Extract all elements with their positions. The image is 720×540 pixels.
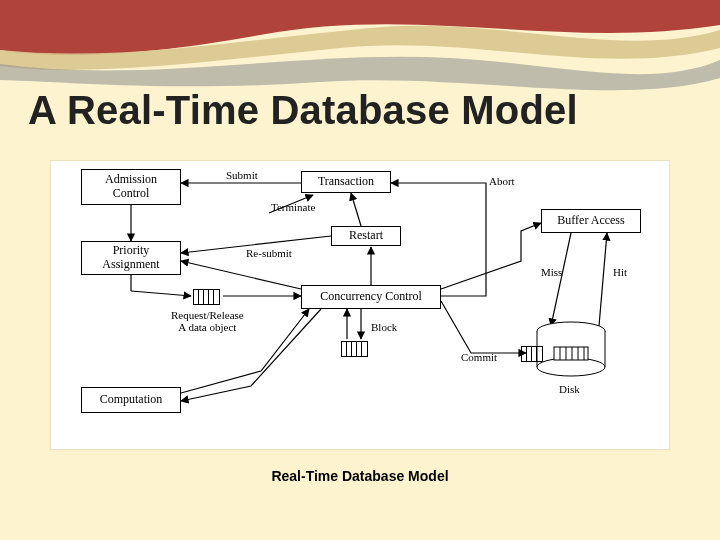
label-miss: Miss — [541, 266, 562, 278]
diagram-caption: Real-Time Database Model — [0, 468, 720, 484]
slide-title: A Real-Time Database Model — [28, 88, 578, 133]
label-hit: Hit — [613, 266, 627, 278]
label-request-release: Request/Release A data object — [171, 309, 244, 333]
node-admission-control: Admission Control — [81, 169, 181, 205]
queue-block — [341, 341, 368, 357]
diagram-canvas: Admission Control Transaction Priority A… — [50, 160, 670, 450]
label-resubmit: Re-submit — [246, 247, 292, 259]
queue-disk — [521, 346, 543, 362]
slide-swoosh — [0, 0, 720, 100]
svg-rect-19 — [554, 347, 588, 360]
label-block: Block — [371, 321, 397, 333]
node-buffer-access: Buffer Access — [541, 209, 641, 233]
node-concurrency-control: Concurrency Control — [301, 285, 441, 309]
queue-priority — [193, 289, 220, 305]
svg-point-18 — [537, 358, 605, 376]
label-commit: Commit — [461, 351, 497, 363]
node-transaction: Transaction — [301, 171, 391, 193]
node-computation: Computation — [81, 387, 181, 413]
node-restart: Restart — [331, 226, 401, 246]
svg-line-12 — [551, 233, 571, 326]
svg-line-13 — [599, 233, 607, 326]
label-disk: Disk — [559, 383, 580, 395]
label-submit: Submit — [226, 169, 258, 181]
svg-line-2 — [351, 193, 361, 226]
node-priority-assignment: Priority Assignment — [81, 241, 181, 275]
label-terminate: Terminate — [271, 201, 315, 213]
svg-line-9 — [181, 261, 301, 289]
label-abort: Abort — [489, 175, 515, 187]
svg-line-7 — [131, 291, 191, 296]
